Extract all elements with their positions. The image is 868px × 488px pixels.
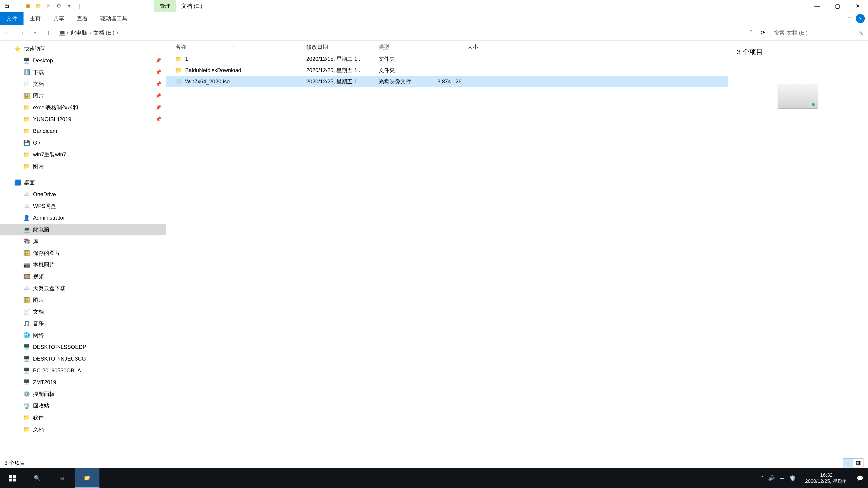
tree-item[interactable]: 📚库 <box>0 235 166 247</box>
file-row[interactable]: 📁BaiduNetdiskDownload2020/12/25, 星期五 1..… <box>166 65 728 76</box>
tree-item[interactable]: 🖥️DESKTOP-LSSOEDP <box>0 341 166 353</box>
folder-icon: 📁 <box>175 67 182 74</box>
qat-newfolder-icon[interactable]: 📁 <box>33 2 42 11</box>
qat-delete-icon[interactable]: ✕ <box>44 2 53 11</box>
tree-item[interactable]: 🟦桌面 <box>0 177 166 188</box>
tree-item-icon: 📁 <box>23 115 31 123</box>
tree-item[interactable]: ⬇️下载📌 <box>0 66 166 78</box>
tree-item-label: 视频 <box>33 273 44 280</box>
tray-overflow-icon[interactable]: ˄ <box>761 475 764 482</box>
tree-item[interactable]: 📁Bandicam <box>0 125 166 137</box>
file-row[interactable]: 💿Win7x64_2020.iso2020/12/25, 星期五 1...光盘映… <box>166 76 728 87</box>
tree-item[interactable]: 📁excel表格制作求和📌 <box>0 102 166 113</box>
help-icon[interactable]: ? <box>856 14 865 23</box>
tree-item[interactable]: 📁软件 <box>0 412 166 423</box>
tree-item-label: WPS网盘 <box>33 202 56 210</box>
tree-item[interactable]: 🖥️PC-20190530OBLA <box>0 365 166 377</box>
action-center-icon[interactable]: 💬 <box>857 475 864 482</box>
tree-item[interactable]: 📄文档 <box>0 306 166 318</box>
tree-item[interactable]: 🖥️Desktop📌 <box>0 55 166 66</box>
view-details-button[interactable]: ≡ <box>843 458 853 467</box>
maximize-button[interactable]: ▢ <box>827 0 848 12</box>
quick-access-toolbar: 🗀 | ▣ 📁 ✕ ⚙ ▾ | <box>0 2 86 11</box>
column-date[interactable]: 修改日期 <box>306 43 379 51</box>
qat-undo-icon[interactable]: ⚙ <box>54 2 63 11</box>
ribbon-collapse-icon[interactable]: ˄ <box>844 14 854 23</box>
tree-item-icon: ☁️ <box>23 284 31 292</box>
ime-indicator[interactable]: 中 <box>779 475 785 482</box>
tree-item[interactable]: 📁win7重装win7 <box>0 149 166 160</box>
search-input[interactable] <box>774 30 859 36</box>
tree-item[interactable]: ☁️OneDrive <box>0 188 166 200</box>
volume-icon[interactable]: 🔊 <box>768 475 775 482</box>
tree-item[interactable]: 🖼️图片📌 <box>0 90 166 102</box>
search-icon[interactable]: 🔍 <box>859 31 863 35</box>
column-type[interactable]: 类型 <box>379 43 437 51</box>
ribbon-tab-view[interactable]: 查看 <box>70 12 94 25</box>
start-button[interactable] <box>0 468 25 488</box>
tree-item[interactable]: ⭐快速访问 <box>0 43 166 55</box>
close-button[interactable]: ✕ <box>848 0 868 12</box>
taskview-icon[interactable]: ⎚ <box>50 468 74 488</box>
tree-item[interactable]: 🗑️回收站 <box>0 400 166 412</box>
pin-icon: 📌 <box>155 58 161 64</box>
status-item-count: 3 个项目 <box>4 459 25 466</box>
tree-item[interactable]: 👤Administrator <box>0 212 166 224</box>
tree-item[interactable]: 💻此电脑 <box>0 224 166 235</box>
ribbon-tab-share[interactable]: 共享 <box>47 12 70 25</box>
view-icons-button[interactable]: ▦ <box>853 458 864 467</box>
search-box[interactable]: 🔍 <box>771 27 866 38</box>
column-size[interactable]: 大小 <box>437 43 478 51</box>
tree-item[interactable]: 💾G:\ <box>0 137 166 149</box>
tree-item-label: 本机照片 <box>33 261 55 268</box>
tree-item[interactable]: ⚙️控制面板 <box>0 388 166 400</box>
tree-item[interactable]: 📁图片 <box>0 160 166 172</box>
columns-header[interactable]: 名称 ˄ 修改日期 类型 大小 <box>166 41 728 53</box>
column-name[interactable]: 名称 ˄ <box>175 43 306 51</box>
tree-item[interactable]: 📁文档 <box>0 423 166 435</box>
navigation-pane[interactable]: ⭐快速访问🖥️Desktop📌⬇️下载📌📄文档📌🖼️图片📌📁excel表格制作求… <box>0 41 166 457</box>
ribbon-tab-home[interactable]: 主页 <box>24 12 47 25</box>
breadcrumb[interactable]: 💻 › 此电脑 › 文档 (E:) › ˅ <box>57 29 755 37</box>
up-button[interactable]: ↑ <box>43 27 54 38</box>
refresh-button[interactable]: ⟳ <box>757 27 769 38</box>
app-icon[interactable]: 🗀 <box>2 2 11 11</box>
contextual-tab-manage[interactable]: 管理 <box>154 0 176 12</box>
tree-item[interactable]: 🖥️DESKTOP-NJEU3CG <box>0 353 166 365</box>
tree-item[interactable]: ☁️WPS网盘 <box>0 200 166 212</box>
tree-item[interactable]: ☁️天翼云盘下载 <box>0 283 166 294</box>
breadcrumb-item[interactable]: 此电脑 <box>69 29 88 36</box>
file-size: 3,874,126... <box>437 78 478 85</box>
qat-properties-icon[interactable]: ▣ <box>23 2 32 11</box>
clock-date: 2020/12/25, 星期五 <box>805 478 848 484</box>
minimize-button[interactable]: — <box>807 0 827 12</box>
tree-item[interactable]: 🌐网络 <box>0 329 166 341</box>
recent-dropdown-icon[interactable]: ▾ <box>29 27 41 38</box>
file-type: 光盘映像文件 <box>379 78 437 85</box>
file-row[interactable]: 📁12020/12/15, 星期二 1...文件夹 <box>166 53 728 65</box>
view-mode-toggles: ≡ ▦ <box>843 458 864 467</box>
pin-icon: 📌 <box>155 81 161 87</box>
tree-item[interactable]: 📷本机照片 <box>0 259 166 271</box>
search-taskbar-icon[interactable]: 🔍 <box>25 468 50 488</box>
explorer-taskbar-button[interactable]: 📁 <box>74 468 99 488</box>
tree-item[interactable]: 🖥️ZMT2019 <box>0 377 166 388</box>
breadcrumb-dropdown-icon[interactable]: ˅ <box>750 30 752 36</box>
security-icon[interactable]: 🛡️ <box>789 475 796 482</box>
tree-item[interactable]: 📁YUNQISHI2019📌 <box>0 113 166 125</box>
breadcrumb-item[interactable]: 文档 (E:) <box>92 29 116 36</box>
svg-rect-1 <box>13 475 16 478</box>
ribbon-tab-file[interactable]: 文件 <box>0 12 24 25</box>
tree-item[interactable]: 🖼️图片 <box>0 294 166 306</box>
tree-item-icon: ☁️ <box>23 202 31 210</box>
ribbon-tab-drivetools[interactable]: 驱动器工具 <box>94 12 134 25</box>
tree-item[interactable]: 📄文档📌 <box>0 78 166 90</box>
forward-button[interactable]: → <box>16 27 27 38</box>
tree-item[interactable]: 🎞️视频 <box>0 271 166 283</box>
back-button[interactable]: ← <box>2 27 13 38</box>
tree-item[interactable]: 🖼️保存的图片 <box>0 247 166 259</box>
tree-item[interactable]: 🎵音乐 <box>0 318 166 329</box>
taskbar-clock[interactable]: 16:32 2020/12/25, 星期五 <box>801 472 852 484</box>
qat-dropdown-icon[interactable]: ▾ <box>65 2 74 11</box>
taskbar[interactable]: 🔍 ⎚ 📁 ˄ 🔊 中 🛡️ 16:32 2020/12/25, 星期五 💬 <box>0 468 868 488</box>
